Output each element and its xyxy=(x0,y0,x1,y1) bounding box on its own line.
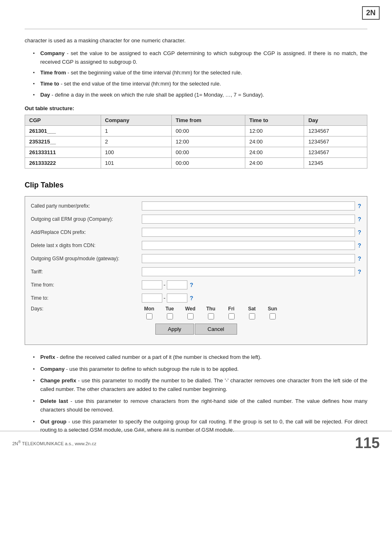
bullet-delete-last-key: Delete last xyxy=(40,398,68,404)
time-to-hours[interactable] xyxy=(142,294,162,303)
cell-cgp-4: 261333222 xyxy=(25,157,101,168)
cell-timefrom-2: 12:00 xyxy=(171,136,245,147)
cell-cgp-2: 2353215__ xyxy=(25,136,101,147)
day-label-fri: Fri xyxy=(228,306,234,312)
day-checkbox-mon[interactable] xyxy=(146,313,152,319)
day-checkbox-sat[interactable] xyxy=(249,313,255,319)
input-group-erm-group: ? xyxy=(142,215,361,224)
help-icon-delete-last[interactable]: ? xyxy=(357,242,361,249)
help-icon-time-from[interactable]: ? xyxy=(190,282,194,288)
bullet-company-bottom: Company - use this parameter to define t… xyxy=(33,365,367,374)
day-label-thu: Thu xyxy=(206,306,215,312)
top-bullet-list: Company - set the value to be assigned t… xyxy=(25,49,367,99)
days-container: Mon Tue Wed Thu xyxy=(142,306,280,319)
table-row: 261333222 101 00:00 24:00 12345 xyxy=(25,157,367,168)
input-group-delete-last: ? xyxy=(142,241,361,250)
form-panel-inner: Called party number/prefix: ? Outgoing c… xyxy=(25,197,367,345)
label-tariff: Tariff: xyxy=(31,269,142,275)
help-icon-cdn-prefix[interactable]: ? xyxy=(357,229,361,236)
form-row-delete-last: Delete last x digits from CDN: ? xyxy=(31,240,361,251)
logo-area: 2N xyxy=(362,6,380,20)
table-row: 2353215__ 2 12:00 24:00 1234567 xyxy=(25,136,367,147)
cell-timefrom-1: 00:00 xyxy=(171,125,245,136)
day-label-mon: Mon xyxy=(144,306,154,312)
label-erm-group: Outgoing call ERM group (Company): xyxy=(31,216,142,222)
day-checkbox-fri[interactable] xyxy=(228,313,235,319)
help-icon-tariff[interactable]: ? xyxy=(357,268,361,275)
bullet-delete-last: Delete last - use this parameter to remo… xyxy=(33,397,367,414)
bullet-change-prefix: Change prefix - use this parameter to mo… xyxy=(33,377,367,394)
help-icon-called-party[interactable]: ? xyxy=(357,203,361,209)
logo: 2N xyxy=(362,6,380,20)
day-col-sat: Sat xyxy=(244,306,259,319)
input-erm-group[interactable] xyxy=(142,215,355,224)
form-buttons-row: Apply Cancel xyxy=(31,324,361,339)
bullet-time-from: Time from - set the beginning value of t… xyxy=(33,69,367,77)
label-time-to: Time to: xyxy=(31,295,142,301)
day-label-sat: Sat xyxy=(248,306,256,312)
day-checkbox-thu[interactable] xyxy=(208,313,214,319)
cancel-button[interactable]: Cancel xyxy=(195,324,237,335)
form-row-days: Days: Mon Tue Wed xyxy=(31,306,361,319)
time-to-separator: - xyxy=(163,295,166,301)
bullet-day-key: Day xyxy=(40,92,50,98)
apply-button[interactable]: Apply xyxy=(155,324,194,335)
form-row-time-from: Time from: - ? xyxy=(31,280,361,290)
help-icon-erm-group[interactable]: ? xyxy=(357,216,361,222)
cell-day-4: 12345 xyxy=(304,157,367,168)
label-gsm-group: Outgoing GSM group/module (gateway): xyxy=(31,256,142,261)
page-footer: 2N® TELEKOMUNIKACE a.s., www.2n.cz 115 xyxy=(0,431,392,452)
cell-company-3: 100 xyxy=(101,147,171,157)
col-header-cgp: CGP xyxy=(25,115,101,125)
bullet-change-prefix-key: Change prefix xyxy=(40,377,76,384)
cell-timeto-2: 24:00 xyxy=(245,136,304,147)
day-checkbox-tue[interactable] xyxy=(167,313,173,319)
time-from-hours[interactable] xyxy=(142,280,162,289)
form-row-gsm-group: Outgoing GSM group/module (gateway): ? xyxy=(31,253,361,264)
bullet-company-text: - set the value to be assigned to each C… xyxy=(40,50,367,65)
bullet-out-group-key: Out group xyxy=(40,419,67,425)
col-header-time-to: Time to xyxy=(245,115,304,125)
bullet-time-from-text: - set the beginning value of the time in… xyxy=(67,69,242,76)
help-icon-time-to[interactable]: ? xyxy=(190,295,194,301)
form-row-cdn-prefix: Add/Replace CDN prefix: ? xyxy=(31,227,361,238)
top-divider xyxy=(25,29,367,29)
input-tariff[interactable] xyxy=(142,267,355,276)
bullet-prefix-text: - define the received called number or a… xyxy=(57,354,262,360)
time-to-minutes[interactable] xyxy=(167,294,187,303)
time-from-inputs: - xyxy=(142,280,187,289)
days-header-row: Mon Tue Wed Thu xyxy=(142,306,280,319)
bullet-time-to: Time to - set the end value of the time … xyxy=(33,80,367,88)
input-cdn-prefix[interactable] xyxy=(142,228,355,237)
day-checkbox-wed[interactable] xyxy=(187,313,194,319)
form-row-erm-group: Outgoing call ERM group (Company): ? xyxy=(31,214,361,224)
day-label-wed: Wed xyxy=(185,306,195,312)
bullet-delete-last-text: - use this parameter to remove character… xyxy=(40,398,367,413)
time-from-minutes[interactable] xyxy=(167,280,187,289)
col-header-time-from: Time from xyxy=(171,115,245,125)
cell-timeto-3: 24:00 xyxy=(245,147,304,157)
input-group-gsm-group: ? xyxy=(142,254,361,263)
input-delete-last[interactable] xyxy=(142,241,355,250)
bullet-day: Day - define a day in the week on which … xyxy=(33,91,367,99)
day-checkbox-sun[interactable] xyxy=(270,313,276,319)
label-time-from: Time from: xyxy=(31,282,142,288)
intro-text: character is used as a masking character… xyxy=(25,37,367,45)
help-icon-gsm-group[interactable]: ? xyxy=(357,255,361,262)
label-cdn-prefix: Add/Replace CDN prefix: xyxy=(31,229,142,235)
label-delete-last: Delete last x digits from CDN: xyxy=(31,243,142,248)
input-gsm-group[interactable] xyxy=(142,254,355,263)
cell-cgp-1: 261301___ xyxy=(25,125,101,136)
table-label: Out table structure: xyxy=(25,105,367,111)
form-row-time-to: Time to: - ? xyxy=(31,293,361,303)
input-called-party[interactable] xyxy=(142,201,355,210)
cell-timeto-4: 24:00 xyxy=(245,157,304,168)
form-row-tariff: Tariff: ? xyxy=(31,266,361,277)
footer-brand: 2N® TELEKOMUNIKACE a.s., www.2n.cz xyxy=(12,441,97,446)
bullet-company-bottom-text: - use this parameter to define to which … xyxy=(66,366,239,372)
input-group-called-party: ? xyxy=(142,201,361,210)
table-row: 261333111 100 00:00 24:00 1234567 xyxy=(25,147,367,157)
bullet-time-from-key: Time from xyxy=(40,69,66,76)
out-table: CGP Company Time from Time to Day 261301… xyxy=(25,115,367,169)
day-col-mon: Mon xyxy=(142,306,157,319)
